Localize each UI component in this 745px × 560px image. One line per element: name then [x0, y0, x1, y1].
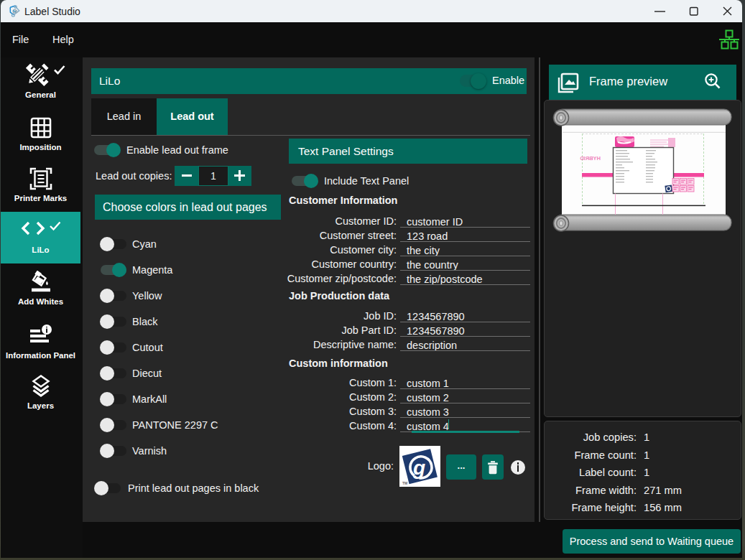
- svg-text:TM: TM: [402, 481, 407, 485]
- svg-text:g: g: [412, 457, 425, 479]
- svg-text:HYBRID: HYBRID: [580, 155, 601, 162]
